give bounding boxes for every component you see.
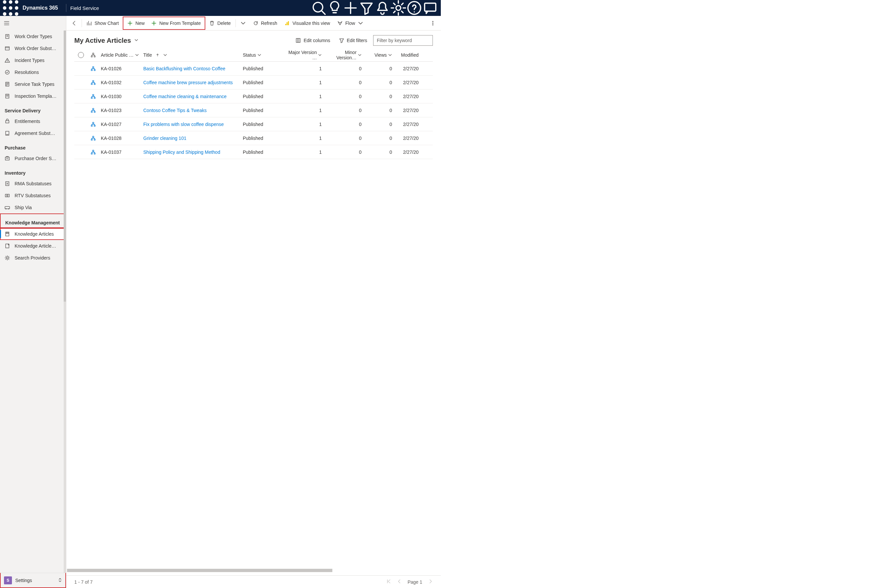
sidebar-item[interactable]: RMA Substatuses <box>0 178 66 190</box>
sidebar-item[interactable]: Agreement Subst… <box>0 127 66 139</box>
table-row[interactable]: KA-01026 Basic Backflushing with Contoso… <box>74 62 433 76</box>
sidebar-item[interactable]: Entitlements <box>0 116 66 127</box>
title-link[interactable]: Fix problems with slow coffee dispense <box>143 122 224 127</box>
sidebar-scrollbar[interactable] <box>64 30 66 573</box>
sidebar-item[interactable]: Inspection Templa… <box>0 90 66 102</box>
table-row[interactable]: KA-01030 Coffee machine cleaning & maint… <box>74 90 433 104</box>
show-chart-button[interactable]: Show Chart <box>83 17 122 29</box>
row-hierarchy-button[interactable] <box>87 80 99 85</box>
sidebar-item[interactable]: Work Order Subst… <box>0 42 66 54</box>
svg-point-34 <box>433 21 433 22</box>
row-hierarchy-button[interactable] <box>87 122 99 127</box>
title-column-header[interactable]: Title <box>141 52 241 58</box>
row-hierarchy-button[interactable] <box>87 108 99 113</box>
sidebar-item-label: Knowledge Article… <box>15 243 56 249</box>
sidebar-item[interactable]: Purchase Order S… <box>0 153 66 164</box>
sidebar-item[interactable]: Search Providers <box>0 252 66 264</box>
hierarchy-column-header[interactable] <box>87 53 99 57</box>
sidebar-item-label: Search Providers <box>15 255 50 261</box>
more-commands-button[interactable] <box>427 17 439 29</box>
status-column-header[interactable]: Status <box>241 52 284 58</box>
sidebar-item[interactable]: Knowledge Article… <box>0 240 66 252</box>
title-link[interactable]: Basic Backflushing with Contoso Coffee <box>143 66 225 71</box>
edit-columns-button[interactable]: Edit columns <box>293 36 333 44</box>
search-button[interactable] <box>311 0 327 16</box>
filter-button[interactable] <box>359 0 374 16</box>
sidebar-item[interactable]: Work Order Types <box>0 30 66 42</box>
flow-button[interactable]: Flow <box>334 17 367 29</box>
grid-header-row: Article Public … Title Status Major Vers… <box>74 48 433 62</box>
row-hierarchy-button[interactable] <box>87 94 99 99</box>
cell-article-public: KA-01032 <box>99 80 141 85</box>
help-button[interactable] <box>406 0 422 16</box>
table-row[interactable]: KA-01027 Fix problems with slow coffee d… <box>74 117 433 131</box>
chevron-down-icon <box>358 21 363 26</box>
row-hierarchy-button[interactable] <box>87 136 99 141</box>
views-column-header[interactable]: Views <box>364 52 394 58</box>
title-link[interactable]: Shipping Policy and Shipping Method <box>143 150 220 155</box>
new-button[interactable]: New <box>124 17 148 29</box>
lightbulb-button[interactable] <box>327 0 343 16</box>
row-hierarchy-button[interactable] <box>87 150 99 154</box>
nav-icon <box>5 156 10 161</box>
title-link[interactable]: Coffee machine cleaning & maintenance <box>143 94 227 99</box>
sidebar-item[interactable]: Service Task Types <box>0 78 66 90</box>
article-public-column-header[interactable]: Article Public … <box>99 52 141 58</box>
cell-minor-version: 0 <box>324 94 364 99</box>
title-link[interactable]: Coffee machine brew pressure adjustments <box>143 80 233 85</box>
nav-icon <box>5 93 10 99</box>
sidebar-toggle[interactable] <box>0 16 66 30</box>
view-selector-button[interactable] <box>134 38 138 43</box>
select-all-column[interactable] <box>74 52 87 58</box>
notifications-button[interactable] <box>374 0 391 16</box>
svg-point-10 <box>396 6 401 10</box>
filter-keyword-input[interactable] <box>373 35 433 46</box>
table-row[interactable]: KA-01032 Coffee machine brew pressure ad… <box>74 76 433 90</box>
table-row[interactable]: KA-01023 Contoso Coffee Tips & Tweaks Pu… <box>74 104 433 117</box>
delete-split-button[interactable] <box>237 17 249 29</box>
sidebar-item[interactable]: Ship Via <box>0 201 66 213</box>
major-version-column-header[interactable]: Major Version … <box>284 50 324 60</box>
minor-version-column-header[interactable]: Minor Version… <box>324 50 364 60</box>
first-page-button[interactable] <box>386 579 391 585</box>
next-page-button[interactable] <box>428 579 433 585</box>
modified-column-header[interactable]: Modified <box>394 52 421 58</box>
table-row[interactable]: KA-01037 Shipping Policy and Shipping Me… <box>74 145 433 159</box>
grid-horizontal-scrollbar[interactable] <box>66 569 441 573</box>
refresh-button[interactable]: Refresh <box>250 17 281 29</box>
svg-rect-22 <box>5 194 9 197</box>
sidebar-item[interactable]: Knowledge Articles <box>0 228 66 240</box>
prev-page-button[interactable] <box>397 579 402 585</box>
chevron-down-icon <box>318 53 322 57</box>
cell-minor-version: 0 <box>324 66 364 71</box>
sidebar-item[interactable]: Resolutions <box>0 66 66 78</box>
nav-icon <box>5 231 10 237</box>
area-switcher[interactable]: S Settings <box>0 573 66 588</box>
edit-filters-button[interactable]: Edit filters <box>336 36 370 44</box>
title-link[interactable]: Grinder cleaning 101 <box>143 136 186 141</box>
title-link[interactable]: Contoso Coffee Tips & Tweaks <box>143 108 207 113</box>
plus-icon <box>128 21 133 26</box>
chat-button[interactable] <box>422 0 438 16</box>
sidebar-item[interactable]: RTV Substatuses <box>0 190 66 201</box>
cell-modified: 2/27/20 <box>394 80 421 85</box>
sidebar-item-label: Incident Types <box>15 58 44 63</box>
cell-minor-version: 0 <box>324 122 364 127</box>
row-hierarchy-button[interactable] <box>87 66 99 71</box>
sidebar-item-label: Knowledge Articles <box>15 231 54 237</box>
add-button[interactable] <box>343 0 359 16</box>
settings-button[interactable] <box>391 0 406 16</box>
app-launcher-button[interactable] <box>3 0 19 16</box>
hierarchy-icon <box>91 122 96 127</box>
sidebar-item[interactable]: Incident Types <box>0 54 66 66</box>
nav-icon <box>5 46 10 51</box>
area-badge: S <box>4 576 12 584</box>
table-row[interactable]: KA-01028 Grinder cleaning 101 Published … <box>74 131 433 145</box>
cell-title: Shipping Policy and Shipping Method <box>141 150 241 155</box>
brand-label: Dynamics 365 <box>19 5 62 11</box>
delete-button[interactable]: Delete <box>206 17 234 29</box>
global-header: Dynamics 365 Field Service <box>0 0 441 16</box>
new-from-template-button[interactable]: New From Template <box>148 17 204 29</box>
back-button[interactable] <box>68 17 80 29</box>
visualize-button[interactable]: Visualize this view <box>281 17 334 29</box>
